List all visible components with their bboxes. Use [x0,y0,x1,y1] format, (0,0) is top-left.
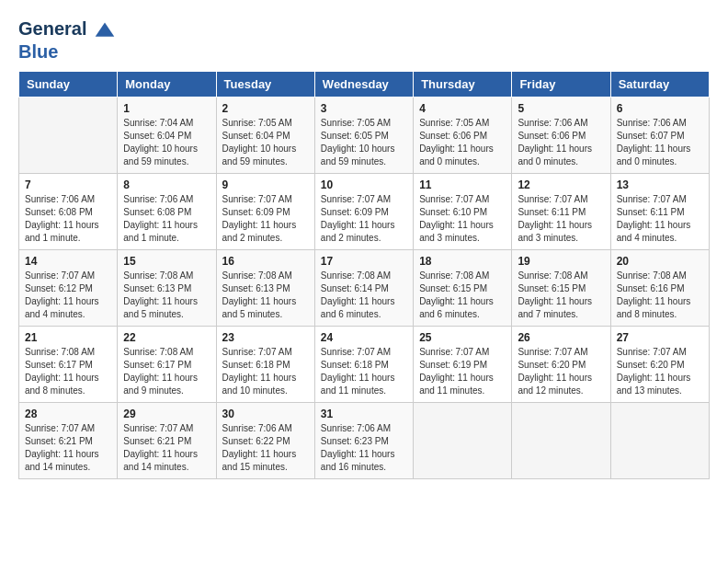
calendar-cell: 30 Sunrise: 7:06 AMSunset: 6:22 PMDaylig… [216,402,314,478]
day-number: 18 [419,255,506,268]
calendar-table: SundayMondayTuesdayWednesdayThursdayFrid… [18,71,710,479]
day-info: Sunrise: 7:06 AMSunset: 6:22 PMDaylight:… [222,422,309,474]
day-info: Sunrise: 7:06 AMSunset: 6:06 PMDaylight:… [518,117,604,168]
day-info: Sunrise: 7:06 AMSunset: 6:08 PMDaylight:… [25,193,111,245]
calendar-cell: 28 Sunrise: 7:07 AMSunset: 6:21 PMDaylig… [19,402,118,478]
day-info: Sunrise: 7:07 AMSunset: 6:11 PMDaylight:… [518,193,604,245]
calendar-cell: 3 Sunrise: 7:05 AMSunset: 6:05 PMDayligh… [314,97,413,173]
day-info: Sunrise: 7:07 AMSunset: 6:21 PMDaylight:… [123,422,210,474]
calendar-week-4: 21 Sunrise: 7:08 AMSunset: 6:17 PMDaylig… [19,326,710,402]
day-info: Sunrise: 7:06 AMSunset: 6:23 PMDaylight:… [321,422,407,474]
day-number: 5 [518,102,604,115]
day-info: Sunrise: 7:07 AMSunset: 6:09 PMDaylight:… [222,193,309,245]
day-number: 14 [25,255,111,268]
calendar-cell: 2 Sunrise: 7:05 AMSunset: 6:04 PMDayligh… [216,97,314,173]
calendar-cell: 29 Sunrise: 7:07 AMSunset: 6:21 PMDaylig… [118,402,216,478]
day-info: Sunrise: 7:05 AMSunset: 6:05 PMDaylight:… [321,117,407,168]
day-info: Sunrise: 7:07 AMSunset: 6:18 PMDaylight:… [321,346,407,397]
calendar-cell [512,402,610,478]
calendar-cell: 14 Sunrise: 7:07 AMSunset: 6:12 PMDaylig… [19,249,118,326]
day-number: 10 [321,178,407,191]
weekday-wednesday: Wednesday [314,71,413,97]
day-number: 17 [321,255,407,268]
day-number: 9 [222,178,309,191]
day-info: Sunrise: 7:06 AMSunset: 6:08 PMDaylight:… [123,193,210,245]
logo: General Blue [18,18,116,62]
day-number: 19 [518,255,604,268]
calendar-cell: 9 Sunrise: 7:07 AMSunset: 6:09 PMDayligh… [216,173,314,249]
day-number: 22 [123,331,210,344]
logo-general: General [18,18,86,39]
calendar-cell: 7 Sunrise: 7:06 AMSunset: 6:08 PMDayligh… [19,173,118,249]
calendar-cell: 21 Sunrise: 7:08 AMSunset: 6:17 PMDaylig… [19,326,118,402]
weekday-saturday: Saturday [610,71,709,97]
day-number: 7 [25,178,111,191]
calendar-cell: 31 Sunrise: 7:06 AMSunset: 6:23 PMDaylig… [314,402,413,478]
calendar-cell [610,402,709,478]
logo-icon [94,19,116,41]
day-info: Sunrise: 7:08 AMSunset: 6:15 PMDaylight:… [419,270,506,321]
weekday-header-row: SundayMondayTuesdayWednesdayThursdayFrid… [19,71,710,97]
weekday-sunday: Sunday [19,71,118,97]
weekday-tuesday: Tuesday [216,71,314,97]
day-info: Sunrise: 7:05 AMSunset: 6:06 PMDaylight:… [419,117,506,168]
calendar-cell: 1 Sunrise: 7:04 AMSunset: 6:04 PMDayligh… [118,97,216,173]
day-info: Sunrise: 7:08 AMSunset: 6:13 PMDaylight:… [222,270,309,321]
calendar-cell: 19 Sunrise: 7:08 AMSunset: 6:15 PMDaylig… [512,249,610,326]
calendar-week-5: 28 Sunrise: 7:07 AMSunset: 6:21 PMDaylig… [19,402,710,478]
day-number: 29 [123,408,210,420]
day-info: Sunrise: 7:06 AMSunset: 6:07 PMDaylight:… [617,117,703,168]
calendar-cell: 17 Sunrise: 7:08 AMSunset: 6:14 PMDaylig… [314,249,413,326]
day-info: Sunrise: 7:05 AMSunset: 6:04 PMDaylight:… [222,117,309,168]
day-number: 20 [617,255,703,268]
calendar-cell: 16 Sunrise: 7:08 AMSunset: 6:13 PMDaylig… [216,249,314,326]
day-number: 12 [518,178,604,191]
day-info: Sunrise: 7:07 AMSunset: 6:21 PMDaylight:… [25,422,111,474]
day-number: 23 [222,331,309,344]
day-info: Sunrise: 7:07 AMSunset: 6:19 PMDaylight:… [419,346,506,397]
day-info: Sunrise: 7:07 AMSunset: 6:09 PMDaylight:… [321,193,407,245]
calendar-cell: 6 Sunrise: 7:06 AMSunset: 6:07 PMDayligh… [610,97,709,173]
day-number: 27 [617,331,703,344]
calendar-week-3: 14 Sunrise: 7:07 AMSunset: 6:12 PMDaylig… [19,249,710,326]
calendar-cell: 22 Sunrise: 7:08 AMSunset: 6:17 PMDaylig… [118,326,216,402]
calendar-cell: 26 Sunrise: 7:07 AMSunset: 6:20 PMDaylig… [512,326,610,402]
day-number: 15 [123,255,210,268]
day-number: 24 [321,331,407,344]
day-info: Sunrise: 7:08 AMSunset: 6:17 PMDaylight:… [123,346,210,397]
day-info: Sunrise: 7:07 AMSunset: 6:18 PMDaylight:… [222,346,309,397]
calendar-cell: 5 Sunrise: 7:06 AMSunset: 6:06 PMDayligh… [512,97,610,173]
day-info: Sunrise: 7:08 AMSunset: 6:16 PMDaylight:… [617,270,703,321]
weekday-monday: Monday [118,71,216,97]
calendar-cell: 24 Sunrise: 7:07 AMSunset: 6:18 PMDaylig… [314,326,413,402]
day-number: 6 [617,102,703,115]
day-info: Sunrise: 7:04 AMSunset: 6:04 PMDaylight:… [123,117,210,168]
calendar-cell: 15 Sunrise: 7:08 AMSunset: 6:13 PMDaylig… [118,249,216,326]
calendar-cell: 20 Sunrise: 7:08 AMSunset: 6:16 PMDaylig… [610,249,709,326]
day-number: 30 [222,408,309,420]
day-info: Sunrise: 7:07 AMSunset: 6:20 PMDaylight:… [518,346,604,397]
calendar-cell: 11 Sunrise: 7:07 AMSunset: 6:10 PMDaylig… [414,173,512,249]
day-number: 31 [321,408,407,420]
calendar-cell [414,402,512,478]
day-number: 28 [25,408,111,420]
day-number: 25 [419,331,506,344]
weekday-thursday: Thursday [414,71,512,97]
calendar-cell: 27 Sunrise: 7:07 AMSunset: 6:20 PMDaylig… [610,326,709,402]
day-number: 4 [419,102,506,115]
day-info: Sunrise: 7:08 AMSunset: 6:17 PMDaylight:… [25,346,111,397]
day-info: Sunrise: 7:08 AMSunset: 6:14 PMDaylight:… [321,270,407,321]
day-number: 1 [123,102,210,115]
calendar-cell: 13 Sunrise: 7:07 AMSunset: 6:11 PMDaylig… [610,173,709,249]
day-number: 16 [222,255,309,268]
calendar-week-1: 1 Sunrise: 7:04 AMSunset: 6:04 PMDayligh… [19,97,710,173]
day-number: 3 [321,102,407,115]
day-info: Sunrise: 7:08 AMSunset: 6:13 PMDaylight:… [123,270,210,321]
calendar-cell: 10 Sunrise: 7:07 AMSunset: 6:09 PMDaylig… [314,173,413,249]
svg-marker-0 [96,22,115,36]
day-info: Sunrise: 7:08 AMSunset: 6:15 PMDaylight:… [518,270,604,321]
logo-blue: Blue [18,41,116,62]
calendar-cell: 25 Sunrise: 7:07 AMSunset: 6:19 PMDaylig… [414,326,512,402]
day-info: Sunrise: 7:07 AMSunset: 6:12 PMDaylight:… [25,270,111,321]
calendar-cell: 8 Sunrise: 7:06 AMSunset: 6:08 PMDayligh… [118,173,216,249]
